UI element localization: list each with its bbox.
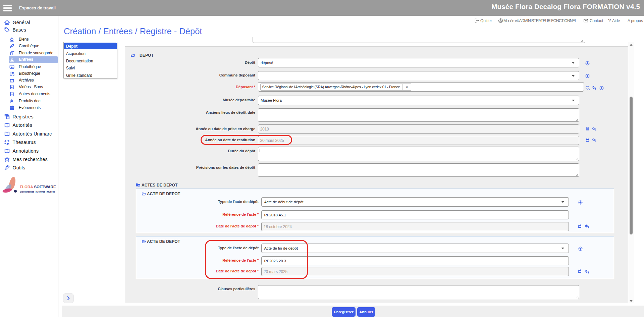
svg-text:A: A	[4, 139, 6, 143]
svg-text:B: B	[7, 142, 9, 145]
